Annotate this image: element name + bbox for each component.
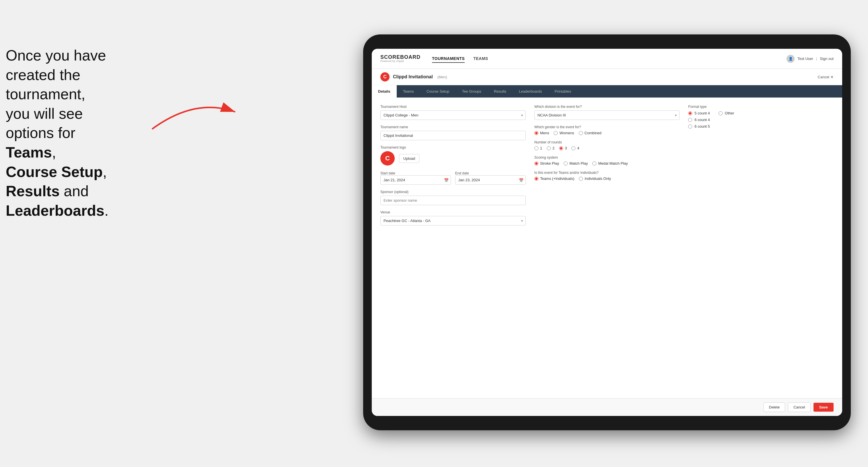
rounds-2[interactable]: 2 <box>547 146 555 150</box>
venue-label: Venue <box>380 210 526 214</box>
form-col-1: Tournament Host Clippd College - Men Tou… <box>380 105 526 225</box>
rounds-4-radio[interactable] <box>571 146 576 150</box>
sign-out-link[interactable]: Sign out <box>820 57 834 61</box>
cancel-label: Cancel <box>818 75 829 79</box>
scoring-match[interactable]: Match Play <box>564 161 588 165</box>
gender-combined-radio[interactable] <box>579 131 583 135</box>
gender-label: Which gender is the event for? <box>534 125 680 129</box>
format-6count5[interactable]: 6 count 5 <box>688 124 834 128</box>
rounds-3[interactable]: 3 <box>559 146 567 150</box>
delete-button[interactable]: Delete <box>764 402 785 412</box>
cancel-x-icon: ✕ <box>830 75 834 79</box>
tab-teams[interactable]: Teams <box>397 85 420 97</box>
scoring-stroke[interactable]: Stroke Play <box>534 161 559 165</box>
tournament-title-area: C Clippd Invitational (Men) <box>380 72 447 82</box>
rounds-4[interactable]: 4 <box>571 146 579 150</box>
teams-bold: Teams <box>6 144 52 161</box>
cancel-header-button[interactable]: Cancel ✕ <box>818 75 834 79</box>
teams-individuals-group: Is this event for Teams and/or Individua… <box>534 171 680 181</box>
teams-plus-radio[interactable] <box>534 177 538 181</box>
format-row-1: 5 count 4 Other <box>688 111 834 115</box>
logo-upload-area: C Upload <box>380 151 526 165</box>
nav-right: 👤 Test User | Sign out <box>786 55 834 63</box>
format-type-label: Format type <box>688 105 834 109</box>
scoring-match-radio[interactable] <box>564 161 568 165</box>
format-5count4[interactable]: 5 count 4 <box>688 111 710 115</box>
scoring-label: Scoring system <box>534 155 680 159</box>
format-6count4-radio[interactable] <box>688 118 692 122</box>
format-6count4-label: 6 count 4 <box>694 118 710 122</box>
top-navigation: SCOREBOARD Powered by clippd TOURNAMENTS… <box>372 49 842 69</box>
cancel-button[interactable]: Cancel <box>788 402 810 412</box>
gender-mens-radio[interactable] <box>534 131 538 135</box>
gender-womens-label: Womens <box>559 131 574 135</box>
rounds-1-radio[interactable] <box>534 146 538 150</box>
rounds-2-label: 2 <box>553 146 555 150</box>
gender-combined[interactable]: Combined <box>579 131 601 135</box>
tab-details[interactable]: Details <box>372 85 397 97</box>
start-date-input[interactable] <box>380 175 451 185</box>
rounds-group: Number of rounds 1 2 <box>534 140 680 150</box>
format-6count5-radio[interactable] <box>688 124 692 128</box>
tournament-logo-group: Tournament logo C Upload <box>380 146 526 165</box>
format-other[interactable]: Other <box>718 111 734 115</box>
rounds-2-radio[interactable] <box>547 146 551 150</box>
venue-select[interactable]: Peachtree GC - Atlanta - GA <box>380 216 526 225</box>
leaderboards-bold: Leaderboards <box>6 202 104 219</box>
gender-mens-label: Mens <box>540 131 549 135</box>
nav-links: TOURNAMENTS TEAMS <box>432 55 488 63</box>
gender-mens[interactable]: Mens <box>534 131 549 135</box>
scoring-radio-row: Stroke Play Match Play Medal Match Play <box>534 161 680 165</box>
format-other-radio[interactable] <box>718 111 722 115</box>
tab-results[interactable]: Results <box>488 85 513 97</box>
gender-womens[interactable]: Womens <box>554 131 574 135</box>
logo-preview: C <box>380 151 395 165</box>
end-date-input[interactable] <box>455 175 526 185</box>
tournament-icon: C <box>380 72 390 82</box>
sponsor-group: Sponsor (optional) <box>380 190 526 205</box>
division-label: Which division is the event for? <box>534 105 680 109</box>
sponsor-label: Sponsor (optional) <box>380 190 526 194</box>
gender-womens-radio[interactable] <box>554 131 558 135</box>
venue-select-wrap: Peachtree GC - Atlanta - GA <box>380 216 526 225</box>
start-date-label: Start date <box>380 171 395 175</box>
tab-course-setup[interactable]: Course Setup <box>420 85 456 97</box>
tournament-name-group: Tournament name <box>380 125 526 140</box>
logo-area: SCOREBOARD Powered by clippd <box>380 55 421 63</box>
sponsor-input[interactable] <box>380 196 526 205</box>
individuals-only-label: Individuals Only <box>585 177 611 181</box>
start-date-group: Start date 📅 <box>380 171 451 185</box>
rounds-1[interactable]: 1 <box>534 146 542 150</box>
tournament-header: C Clippd Invitational (Men) Cancel ✕ <box>372 69 842 85</box>
scoring-medal-radio[interactable] <box>592 161 596 165</box>
tablet-screen: SCOREBOARD Powered by clippd TOURNAMENTS… <box>372 49 842 416</box>
tournament-host-label: Tournament Host <box>380 105 526 109</box>
rounds-4-label: 4 <box>577 146 579 150</box>
format-6count4[interactable]: 6 count 4 <box>688 118 834 122</box>
tournament-host-select[interactable]: Clippd College - Men <box>380 111 526 120</box>
scoring-medal-label: Medal Match Play <box>598 161 628 165</box>
tab-printables[interactable]: Printables <box>548 85 578 97</box>
tablet-device: SCOREBOARD Powered by clippd TOURNAMENTS… <box>363 34 851 430</box>
division-select[interactable]: NCAA Division III <box>534 111 680 120</box>
start-date-wrap: 📅 <box>380 175 451 185</box>
tournament-name-input[interactable] <box>380 131 526 140</box>
tournament-logo-label: Tournament logo <box>380 146 526 150</box>
results-bold: Results <box>6 183 60 199</box>
tournament-name: Clippd Invitational <box>393 74 433 80</box>
tab-tee-groups[interactable]: Tee Groups <box>456 85 487 97</box>
teams-plus-individuals[interactable]: Teams (+Individuals) <box>534 177 575 181</box>
upload-button[interactable]: Upload <box>399 154 420 163</box>
individuals-only[interactable]: Individuals Only <box>579 177 611 181</box>
nav-tournaments[interactable]: TOURNAMENTS <box>432 55 465 63</box>
tab-leaderboards[interactable]: Leaderboards <box>513 85 548 97</box>
scoring-stroke-radio[interactable] <box>534 161 538 165</box>
page-wrapper: Once you have created the tournament, yo… <box>0 0 868 467</box>
format-5count4-radio[interactable] <box>688 111 692 115</box>
scoring-medal[interactable]: Medal Match Play <box>592 161 628 165</box>
nav-teams[interactable]: TEAMS <box>473 55 488 63</box>
save-button[interactable]: Save <box>813 403 834 412</box>
form-footer: Delete Cancel Save <box>372 398 842 416</box>
rounds-3-radio[interactable] <box>559 146 563 150</box>
individuals-only-radio[interactable] <box>579 177 583 181</box>
